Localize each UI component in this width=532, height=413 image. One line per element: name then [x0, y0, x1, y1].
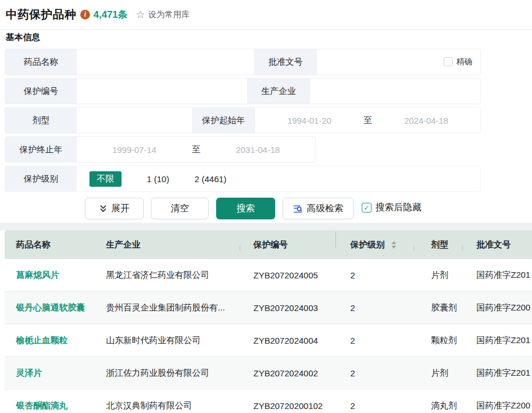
- protection-level-cell: 2: [335, 401, 414, 411]
- protection-level-cell: 2: [335, 303, 414, 313]
- level-option[interactable]: 1 (10): [147, 174, 169, 184]
- drug-name-link[interactable]: 菖麻熄风片: [5, 270, 106, 281]
- drug-name-label: 药品名称: [5, 49, 77, 74]
- hide-after-search-group[interactable]: ✓ 搜索后隐藏: [362, 202, 421, 214]
- results-table: 药品名称 生产企业 保护编号 保护级别 剂型 批准文号 菖麻熄风片 黑龙江省济仁…: [5, 230, 532, 413]
- column-header-drug-name: 药品名称: [5, 239, 106, 250]
- table-row: 银杏酮酯滴丸 北京汉典制药有限公司 ZYB20720200102 2 滴丸剂 国…: [5, 390, 532, 413]
- protection-no-cell: ZYB2072024003: [240, 303, 335, 313]
- exact-checkbox[interactable]: [444, 57, 453, 66]
- approval-no-cell: 国药准字Z201: [462, 270, 532, 281]
- drug-name-link[interactable]: 榆栀止血颗粒: [5, 335, 106, 346]
- protection-no-cell: ZYB2072024005: [240, 270, 335, 280]
- manufacturer-cell: 浙江佐力药业股份有限公司: [106, 368, 240, 379]
- form-row-5: 保护级别 不限1 (10)2 (4461): [5, 166, 481, 192]
- manufacturer-cell: 山东新时代药业有限公司: [106, 335, 240, 346]
- record-count: 4,471条: [93, 8, 128, 21]
- protection-level-cell: 2: [335, 336, 414, 345]
- approval-no-cell: 国药准字Z200: [462, 400, 532, 411]
- protect-level-label: 保护级别: [5, 166, 77, 191]
- drug-name-link[interactable]: 银杏酮酯滴丸: [5, 400, 106, 411]
- range-separator: 至: [192, 144, 201, 155]
- dosage-form-input[interactable]: [77, 108, 192, 133]
- table-row: 榆栀止血颗粒 山东新时代药业有限公司 ZYB2072024004 2 颗粒剂 国…: [5, 324, 532, 357]
- dosage-form-cell: 胶囊剂: [414, 302, 462, 313]
- dosage-form-cell: 滴丸剂: [414, 400, 462, 411]
- protection-no-cell: ZYB2072024002: [240, 368, 335, 378]
- dosage-form-label: 剂型: [5, 108, 77, 133]
- column-header-protection-no: 保护编号: [240, 239, 335, 250]
- page-title: 中药保护品种: [6, 7, 76, 22]
- hide-after-search-checkbox[interactable]: ✓: [362, 203, 371, 213]
- approval-no-label: 批准文号: [254, 49, 317, 74]
- protection-no-label: 保护编号: [5, 78, 77, 104]
- advanced-search-label: 高级检索: [307, 203, 343, 215]
- range-separator: 至: [363, 115, 372, 126]
- level-option[interactable]: 不限: [89, 171, 122, 187]
- sort-desc-icon[interactable]: [392, 246, 396, 249]
- section-divider: [0, 223, 532, 230]
- manufacturer-label: 生产企业: [247, 78, 310, 104]
- protect-end-label: 保护终止年: [5, 137, 77, 162]
- protect-end-to-input[interactable]: 2031-04-18: [201, 145, 316, 155]
- dosage-form-cell: 片剂: [414, 368, 462, 379]
- star-icon[interactable]: ☆: [136, 9, 146, 20]
- clear-label: 清空: [171, 203, 189, 215]
- page-header: 中药保护品种 i 4,471条 ☆ 设为常用库: [0, 0, 532, 30]
- manufacturer-cell: 北京汉典制药有限公司: [106, 400, 240, 411]
- protect-end-from-input[interactable]: 1999-07-14: [77, 145, 192, 155]
- drug-name-link[interactable]: 灵泽片: [5, 368, 106, 379]
- manufacturer-cell: 贵州百灵企业集团制药股份有...: [106, 302, 240, 313]
- sort-asc-icon[interactable]: [392, 241, 396, 244]
- advanced-search-icon: [293, 204, 303, 214]
- search-button[interactable]: 搜索: [216, 198, 275, 219]
- clear-button[interactable]: 清空: [151, 198, 209, 219]
- protect-start-to-input[interactable]: 2024-04-18: [372, 116, 480, 125]
- manufacturer-input[interactable]: [310, 78, 480, 104]
- dosage-form-cell: 片剂: [414, 270, 462, 281]
- search-label: 搜索: [237, 203, 255, 215]
- info-icon[interactable]: i: [80, 10, 90, 19]
- approval-no-input[interactable]: [317, 57, 444, 67]
- protection-no-input[interactable]: [77, 78, 247, 104]
- table-header-row: 药品名称 生产企业 保护编号 保护级别 剂型 批准文号: [5, 230, 532, 259]
- expand-chevrons-icon: [99, 204, 107, 213]
- column-header-dosage-form: 剂型: [414, 239, 462, 250]
- form-row-1: 药品名称 批准文号 精确: [5, 49, 481, 75]
- drug-name-input[interactable]: [77, 49, 254, 74]
- approval-no-cell: 国药准字Z201: [462, 335, 532, 346]
- protection-no-cell: ZYB2072024004: [240, 336, 335, 345]
- level-options: 不限1 (10)2 (4461): [77, 166, 226, 191]
- protection-no-cell: ZYB20720200102: [240, 401, 335, 411]
- protection-level-cell: 2: [335, 270, 414, 280]
- advanced-search-button[interactable]: 高级检索: [283, 198, 354, 219]
- approval-no-cell: 国药准字Z201: [462, 368, 532, 379]
- exact-checkbox-group[interactable]: 精确: [444, 57, 480, 67]
- protect-start-label: 保护起始年: [192, 108, 255, 133]
- form-row-3: 剂型 保护起始年 1994-01-20 至 2024-04-18: [5, 107, 481, 133]
- column-header-protection-level: 保护级别: [335, 239, 414, 250]
- manufacturer-cell: 黑龙江省济仁药业有限公司: [106, 270, 240, 281]
- column-header-protection-level-label: 保护级别: [350, 239, 385, 250]
- protect-start-from-input[interactable]: 1994-01-20: [255, 116, 363, 125]
- section-title-basic-info: 基本信息: [6, 32, 40, 43]
- table-row: 银丹心脑通软胶囊 贵州百灵企业集团制药股份有... ZYB2072024003 …: [5, 292, 532, 324]
- table-row: 菖麻熄风片 黑龙江省济仁药业有限公司 ZYB2072024005 2 片剂 国药…: [5, 259, 532, 292]
- table-row: 灵泽片 浙江佐力药业股份有限公司 ZYB2072024002 2 片剂 国药准字…: [5, 357, 532, 390]
- table-body: 菖麻熄风片 黑龙江省济仁药业有限公司 ZYB2072024005 2 片剂 国药…: [5, 259, 532, 413]
- form-row-4: 保护终止年 1999-07-14 至 2031-04-18: [5, 136, 316, 163]
- form-row-2: 保护编号 生产企业: [5, 78, 481, 104]
- sort-icon[interactable]: [392, 241, 396, 249]
- approval-no-cell: 国药准字Z200: [462, 302, 532, 313]
- column-header-approval-no: 批准文号: [462, 239, 532, 250]
- hide-after-search-label: 搜索后隐藏: [375, 202, 421, 214]
- protection-level-cell: 2: [335, 368, 414, 378]
- expand-button[interactable]: 展开: [85, 198, 144, 219]
- level-option[interactable]: 2 (4461): [194, 174, 226, 184]
- exact-label: 精确: [456, 57, 472, 67]
- drug-name-link[interactable]: 银丹心脑通软胶囊: [5, 302, 106, 313]
- column-header-manufacturer: 生产企业: [106, 239, 240, 250]
- set-favorite-label[interactable]: 设为常用库: [148, 9, 190, 20]
- dosage-form-cell: 颗粒剂: [414, 335, 462, 346]
- expand-label: 展开: [111, 203, 130, 215]
